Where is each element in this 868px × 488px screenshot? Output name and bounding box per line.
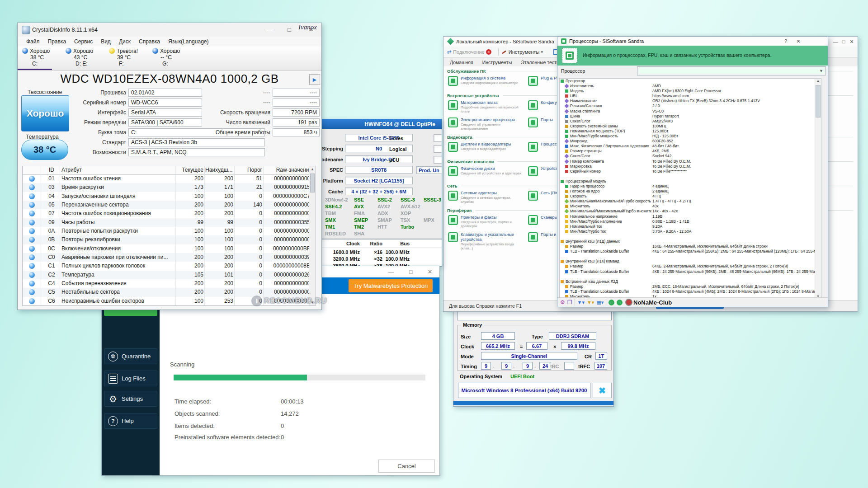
tree-group-row[interactable]: Внутренний кэш (Л1К) команд [560, 259, 821, 264]
tree-item-row[interactable]: Номинальный ток9.20А [560, 224, 821, 229]
device-item[interactable]: Электропитание процессораСведения об упр… [447, 116, 525, 133]
tree-group-row[interactable]: Встроенный кэш данных Л2Д [560, 279, 821, 284]
titlebar[interactable]: CrystalDiskInfo 8.11.1 x64 — □ ✕ [18, 23, 321, 37]
processor-select[interactable]: Процессор 1 ▼ [637, 66, 826, 75]
tree-item-row[interactable]: Мин/Макс/Турбо ток3.70А - 9.20А - 12.50А [560, 229, 821, 234]
tree-item-row[interactable]: Размер64КБ, 2-Магистральный, Исключитель… [560, 264, 821, 269]
minimize-button[interactable]: — [263, 25, 276, 35]
sidebar-item-help[interactable]: ?Help [104, 413, 157, 429]
toolbar-item-2[interactable]: Инструменты▾ [502, 49, 543, 55]
column-header[interactable]: Текущее [176, 167, 203, 173]
table-row[interactable]: 0CВключения/отключения10010000000000000B… [23, 244, 309, 253]
tree-item-row[interactable]: Мин/Макс/Турбо напряжение0.88В - 1.19В -… [560, 219, 821, 224]
sidebar-item-settings[interactable]: ⚙Settings [104, 391, 157, 407]
maximize-button[interactable]: □ [840, 38, 848, 46]
next-disk-button[interactable]: ▶ [309, 74, 320, 85]
device-item[interactable]: Материнская платаПодробные сведения о ма… [447, 99, 525, 116]
tree-item-row[interactable]: Серийный номерTo Be Fille*********** [560, 169, 821, 174]
tree-item-row[interactable]: НаименованиеOR2 (Vishera) Athlon FX (Rev… [560, 99, 821, 103]
tree-item-row[interactable]: TLB - Translation Lookaside Buffer4КБ : … [560, 249, 821, 254]
tree-item-row[interactable]: Ревизия/Степпинг2 / 0 [560, 103, 821, 108]
tree-item-row[interactable]: Номинальная мощность (TDP)125.00Вт [560, 129, 821, 134]
tree-item-row[interactable]: Сокет/СлотAM2r2/AM3 [560, 119, 821, 124]
menu-item-3[interactable]: Сервис [70, 38, 97, 45]
minimize-button[interactable]: — [831, 38, 840, 46]
tree-item-row[interactable]: Номинальное напряжение1.19В [560, 214, 821, 219]
column-header[interactable]: Наихудш... [205, 167, 233, 173]
table-row[interactable]: 05Переназначенные сектора200200140000000… [23, 201, 309, 209]
drive-status-F[interactable]: Тревога!39 °CF: [109, 48, 152, 67]
device-item[interactable]: Клавиатуры и указательные устройстваПери… [447, 231, 525, 248]
tree-item-row[interactable]: Скорость системной шины100МГц [560, 124, 821, 129]
drive-status-C[interactable]: Хорошо38 °CC: [22, 48, 66, 67]
scroll-up-icon[interactable]: ▲ [309, 167, 316, 171]
menu-item-4[interactable]: Вид [97, 38, 115, 45]
drive-status-DE[interactable]: Хорошо43 °CD: E: [66, 48, 109, 67]
help-button[interactable]: ? [782, 38, 790, 45]
forward-arrow-icon[interactable]: → [617, 300, 623, 305]
options-gear-icon[interactable]: ⚙ [560, 299, 565, 305]
maximize-button[interactable]: □ [283, 25, 296, 35]
column-header[interactable]: Raw-значения [262, 167, 312, 173]
tree-group-row[interactable]: Внутренний кэш (Л1Д) данных [560, 239, 821, 244]
tree-item-row[interactable]: TLB - Translation Lookaside Buffer4КБ : … [560, 289, 821, 294]
tree-item-row[interactable]: Потоков на ядро2 единиц [560, 189, 821, 194]
menu-item-5[interactable]: Диск [115, 38, 135, 45]
table-row[interactable]: 09Часы работы99990000000000355 [23, 218, 309, 227]
device-item[interactable]: Сетевые адаптерыСведения о сетевых адапт… [447, 189, 525, 206]
back-arrow-icon[interactable]: ← [609, 300, 614, 305]
sidebar-item-quarantine[interactable]: ☢Quarantine [104, 348, 157, 364]
scrollbar-thumb[interactable] [816, 85, 821, 117]
tree-item-row[interactable]: Скорость4ГГц [560, 194, 821, 199]
tab-домашняя[interactable]: Домашняя [445, 58, 478, 66]
column-header[interactable]: Атрибут [61, 167, 175, 173]
tree-item-row[interactable]: Маска степпингаVS-C0 [560, 109, 821, 114]
table-row[interactable]: C4События переназначения2002000000000000… [23, 279, 309, 288]
device-item[interactable]: Физические дискиСведения об устройствах … [447, 165, 525, 182]
scrollbar-thumb[interactable] [310, 174, 315, 192]
tree-item-row[interactable]: TLB - Translation Lookaside Buffer4КБ : … [560, 269, 821, 274]
tree-item-row[interactable]: МодельAMD FX(tm)-8300 Eight-Core Process… [560, 89, 821, 94]
menu-item-2[interactable]: Правка [44, 38, 71, 45]
scrollbar[interactable]: ▲ ▼ [815, 79, 821, 298]
tree-item-row[interactable]: Номер компонентаTo Be Filled By O.E.M. [560, 159, 821, 164]
menu-item-1[interactable]: Файл [22, 38, 44, 45]
drive-status-G[interactable]: Хорошо-- °CG: [152, 48, 196, 67]
table-row[interactable]: C0Аварийные парковки при отключении пи..… [23, 253, 309, 262]
device-item[interactable]: Дисплеи и видеоадаптерыСведения о видеоа… [447, 141, 525, 158]
tree-item-row[interactable]: Размер16КБ, 4-Магистральный, Исключитель… [560, 244, 821, 249]
tree-item-row[interactable]: Сокет/СлотSocket 942 [560, 154, 821, 159]
device-item[interactable]: Принтеры и факсыСведения о принтерах, по… [447, 214, 525, 231]
close-button[interactable]: ✕ [794, 38, 802, 45]
maximize-button[interactable]: □ [403, 267, 419, 277]
menu-item-6[interactable]: Справка [135, 38, 164, 45]
tree-item-row[interactable]: Множитель40x [560, 204, 821, 209]
try-protection-button[interactable]: Try Malwarebytes Protection [349, 279, 433, 292]
tree-item-row[interactable]: ИзготовительAMD [560, 84, 821, 89]
tree-item-row[interactable]: Мин/Макс/Турбо мощностьН/Д - 125.00Вт [560, 134, 821, 139]
temperature-button[interactable]: 38 °C [21, 140, 68, 160]
tree-item-row[interactable]: Минимальная/Максимальная/Турбо скорость1… [560, 199, 821, 204]
table-row[interactable]: 04Запуски/остановки шпинделя100100000000… [23, 192, 309, 201]
column-header[interactable]: ID [43, 167, 60, 173]
save-icon[interactable]: ▼▾ [577, 299, 585, 305]
tree-item-row[interactable]: URLhttps://www.amd.com [560, 94, 821, 99]
toolbar-item-1[interactable]: ⇄Подключение× [447, 49, 491, 55]
smart-table-scrollbar[interactable]: ▲ ▼ [309, 166, 316, 305]
table-row[interactable]: 0AПовторные попытки раскрутки10010000000… [23, 227, 309, 235]
close-button[interactable]: ✕ [422, 267, 438, 277]
chart-icon[interactable]: ▦▾ [596, 299, 604, 305]
table-row[interactable]: C2Температура1051010000000000026 [23, 271, 309, 279]
tree-item-row[interactable]: Макс. Физическая / Виртуальная Адресация… [560, 144, 821, 149]
column-header[interactable]: Порог [235, 167, 262, 173]
copy-window-icon[interactable]: ❐ [567, 299, 572, 305]
tree-item-row[interactable]: ШинаHyperTransport [560, 114, 821, 119]
health-status-button[interactable]: Хорошо [21, 95, 69, 131]
table-row[interactable]: C1Полных циклов парковок головок20020000… [23, 262, 309, 270]
table-row[interactable]: 0BПовторы рекалибровки100100000000000000… [23, 235, 309, 244]
close-button[interactable]: ✖ [593, 383, 612, 398]
table-row[interactable]: 03Время раскрутки17317121000000000915 [23, 183, 309, 192]
scroll-up-icon[interactable]: ▲ [815, 79, 821, 82]
table-row[interactable]: 07Частота ошибок позиционирования2002000… [23, 209, 309, 218]
tree-item-row[interactable]: МаркировкаTo Be Filled By O.E.M. [560, 164, 821, 169]
